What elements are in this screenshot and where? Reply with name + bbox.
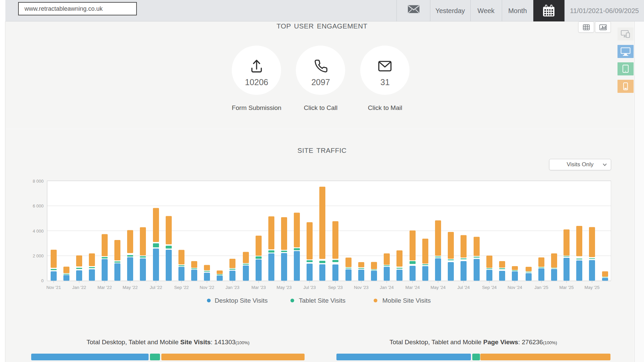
svg-text:May '25: May '25 [584,285,599,290]
svg-text:Sep '23: Sep '23 [328,285,343,290]
svg-text:Sep '24: Sep '24 [482,285,497,290]
svg-text:Jan '25: Jan '25 [534,285,548,290]
svg-text:Jan '22: Jan '22 [72,285,86,290]
svg-text:8 000: 8 000 [33,179,44,184]
svg-text:Nov '24: Nov '24 [507,285,522,290]
svg-text:Jul '22: Jul '22 [150,285,162,290]
svg-text:May '23: May '23 [276,285,291,290]
svg-text:Mar '23: Mar '23 [252,285,266,290]
svg-text:Mar '24: Mar '24 [406,285,420,290]
svg-text:Sep '22: Sep '22 [174,285,189,290]
svg-text:Nov '22: Nov '22 [200,285,214,290]
svg-text:2 000: 2 000 [33,253,44,258]
svg-text:Jan '23: Jan '23 [225,285,239,290]
svg-text:Jul '23: Jul '23 [303,285,316,290]
svg-text:0: 0 [41,278,44,283]
svg-text:Mar '22: Mar '22 [98,285,112,290]
svg-text:May '22: May '22 [122,285,138,290]
svg-text:4 000: 4 000 [33,229,44,234]
svg-text:Mar '25: Mar '25 [559,285,574,290]
svg-text:May '24: May '24 [430,285,445,290]
svg-text:Nov '21: Nov '21 [46,285,61,290]
svg-text:Nov '23: Nov '23 [354,285,369,290]
svg-text:Jan '24: Jan '24 [380,285,394,290]
svg-text:6 000: 6 000 [33,203,44,208]
svg-text:Jul '24: Jul '24 [457,285,470,290]
